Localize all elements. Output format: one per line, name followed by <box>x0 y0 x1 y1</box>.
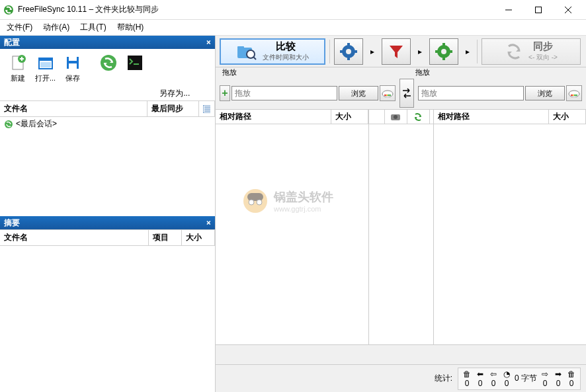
right-grid-body[interactable] <box>434 124 587 344</box>
filter-button[interactable] <box>382 38 411 65</box>
middle-grid-body[interactable] <box>369 124 433 344</box>
open-label: 打开... <box>35 73 56 83</box>
right-path-input[interactable] <box>418 86 524 100</box>
arrow-right-new-icon: ⇨ <box>542 370 548 379</box>
config-col-details-icon[interactable] <box>199 101 215 116</box>
right-cloud-button[interactable] <box>566 85 582 101</box>
summary-col-items[interactable]: 项目 <box>149 230 182 245</box>
config-col-lastsync[interactable]: 最后同步 <box>147 101 199 116</box>
sync-button[interactable]: 同步 <- 双向 -> <box>481 38 581 65</box>
main-area: 比较 文件时间和大小 ▸ ▸ ▸ 同步 <- 双向 -> <box>216 36 586 392</box>
svg-rect-27 <box>347 56 350 60</box>
sync-settings-dropdown[interactable]: ▸ <box>462 38 473 65</box>
watermark: 锅盖头软件 www.ggtrj.com <box>242 188 333 214</box>
funnel-icon <box>388 43 405 60</box>
swap-sides-button[interactable] <box>399 79 414 108</box>
left-col-relpath[interactable]: 相对路径 <box>216 110 331 124</box>
compare-title: 比较 <box>276 40 296 53</box>
arrow-right-icon: ➡ <box>555 370 562 379</box>
left-browse-button[interactable]: 浏览 <box>339 86 378 100</box>
left-col-size[interactable]: 大小 <box>331 110 368 124</box>
config-panel-close-icon[interactable]: × <box>206 38 211 47</box>
config-list[interactable]: <最后会话> <box>0 117 215 216</box>
svg-point-31 <box>441 49 446 54</box>
titlebar: FreeFileSync 10.11 – 文件夹比较与同步 <box>0 0 586 20</box>
new-button[interactable]: 新建 <box>5 52 30 85</box>
open-button[interactable]: 打开... <box>32 52 59 85</box>
menu-help[interactable]: 帮助(H) <box>112 20 149 35</box>
svg-rect-2 <box>535 7 541 13</box>
save-button[interactable]: 保存 <box>60 52 85 85</box>
saveas-sync-button[interactable] <box>96 52 121 85</box>
config-col-name[interactable]: 文件名 <box>0 101 147 116</box>
svg-rect-21 <box>237 46 244 49</box>
session-label: <最后会话> <box>16 118 57 130</box>
list-item[interactable]: <最后会话> <box>0 117 215 131</box>
right-col-relpath[interactable]: 相对路径 <box>434 110 550 124</box>
sync-arrows-icon <box>505 42 523 61</box>
config-columns: 文件名 最后同步 <box>0 100 215 117</box>
stats-label: 统计: <box>435 373 452 384</box>
comparison-grid: 相对路径 大小 锅盖头软件 www.ggtrj.com <box>216 109 586 344</box>
left-cloud-button[interactable] <box>380 85 396 101</box>
compare-button[interactable]: 比较 文件时间和大小 <box>220 38 325 65</box>
svg-rect-32 <box>442 43 445 47</box>
sync-small-icon <box>4 120 13 129</box>
close-button[interactable] <box>553 0 583 20</box>
svg-rect-12 <box>69 63 77 69</box>
gear-green-icon <box>435 43 452 60</box>
bytes-label: 0 字节 <box>515 373 537 384</box>
path-row: + 浏览 浏览 <box>216 77 586 109</box>
summary-col-size[interactable]: 大小 <box>182 230 215 245</box>
add-pair-button[interactable]: + <box>220 85 230 101</box>
arrow-left-new-icon: ⇦ <box>490 370 497 379</box>
summary-columns: 文件名 项目 大小 <box>0 229 215 246</box>
sync-settings-button[interactable] <box>429 38 458 65</box>
stats-group: 🗑0 ⬅0 ⇦0 ◔0 0 字节 ⇨0 ➡0 🗑0 <box>458 368 581 390</box>
left-path-input[interactable] <box>231 86 337 100</box>
compare-dropdown[interactable]: ▸ <box>367 38 378 65</box>
swap-icon <box>400 87 413 100</box>
cloud-icon <box>382 89 394 97</box>
magnifier-folder-icon <box>236 42 257 61</box>
right-browse-button[interactable]: 浏览 <box>525 86 565 100</box>
svg-point-13 <box>101 55 116 71</box>
svg-rect-33 <box>442 56 445 60</box>
new-icon <box>9 54 27 72</box>
new-label: 新建 <box>11 73 25 83</box>
plus-icon: + <box>222 87 228 99</box>
menu-tools[interactable]: 工具(T) <box>75 20 111 35</box>
summary-panel-close-icon[interactable]: × <box>206 218 211 227</box>
filter-dropdown[interactable]: ▸ <box>415 38 425 65</box>
sync-subtitle: <- 双向 -> <box>528 53 558 62</box>
minimize-button[interactable] <box>493 0 523 20</box>
menu-actions[interactable]: 动作(A) <box>38 20 75 35</box>
summary-list[interactable] <box>0 246 215 392</box>
app-icon <box>3 5 14 15</box>
category-icon[interactable] <box>385 110 407 124</box>
compare-subtitle: 文件时间和大小 <box>263 53 309 62</box>
config-panel-header: 配置 × <box>0 36 215 49</box>
middle-grid <box>369 110 434 344</box>
cloud-icon <box>568 89 580 97</box>
svg-rect-26 <box>347 43 350 47</box>
svg-rect-9 <box>40 62 51 67</box>
svg-point-43 <box>394 115 398 119</box>
gear-blue-icon <box>340 43 357 60</box>
bottom-strip <box>216 344 586 364</box>
right-col-size[interactable]: 大小 <box>549 110 586 124</box>
summary-col-name[interactable]: 文件名 <box>0 230 149 245</box>
left-grid: 相对路径 大小 锅盖头软件 www.ggtrj.com <box>216 110 369 344</box>
left-grid-body[interactable]: 锅盖头软件 www.ggtrj.com <box>216 124 368 344</box>
menubar: 文件(F) 动作(A) 工具(T) 帮助(H) <box>0 20 586 36</box>
save-icon <box>63 54 82 72</box>
compare-settings-button[interactable] <box>334 38 363 65</box>
svg-rect-14 <box>128 56 142 70</box>
action-icon[interactable] <box>407 110 430 124</box>
menu-file[interactable]: 文件(F) <box>1 20 38 35</box>
svg-line-23 <box>253 57 256 59</box>
saveas-batch-button[interactable] <box>122 52 147 85</box>
trash-right-icon: 🗑 <box>567 370 575 379</box>
maximize-button[interactable] <box>523 0 553 20</box>
svg-point-25 <box>346 49 351 54</box>
